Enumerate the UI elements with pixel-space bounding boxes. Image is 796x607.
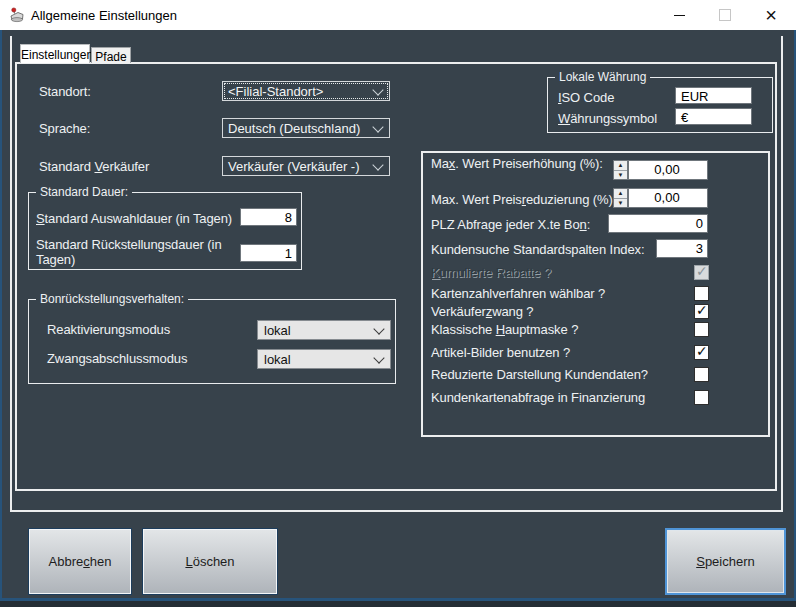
kumulierte-rabatte-checkbox [694,265,709,280]
window-title: Allgemeine Einstellungen [31,8,177,23]
spinner-up-icon[interactable]: ▲ [614,189,627,199]
standort-dropdown[interactable]: <Filial-Standort> [222,81,390,101]
minimize-icon [674,15,685,16]
waehrungssymbol-label: Währungssymbol [558,111,657,126]
rueckstellungsdauer-input[interactable]: 1 [240,244,297,262]
loeschen-button-label: Löschen [185,554,234,569]
zwangsabschlussmodus-label: Zwangsabschlussmodus [47,351,187,366]
waehrungssymbol-input[interactable]: € [675,108,752,125]
max-preisreduzierung-label: Max. Wert Preisreduzierung (%): [431,192,616,207]
app-icon [9,7,25,23]
checkbox-label: Verkäuferzwang ? [431,304,533,319]
spinner-down-icon[interactable]: ▼ [614,199,627,208]
speichern-button-label: Speichern [696,554,755,569]
max-preiserhoehung-label: Max. Wert Preiserhöhung (%): [431,156,611,171]
chevron-down-icon [372,121,383,132]
kundenkartenabfrage-checkbox[interactable] [694,390,709,405]
checkbox-label: Kartenzahlverfahren wählbar ? [431,286,605,301]
speichern-button[interactable]: Speichern [665,528,786,595]
window-border-shadow [0,601,796,607]
checkbox-label: Kumulierte Rabatte ? [431,265,551,280]
plz-abfrage-input[interactable]: 0 [608,214,708,233]
spinner-down-icon[interactable]: ▼ [614,171,627,180]
standort-label: Standort: [39,84,91,99]
max-preiserhoehung-spinner: ▲ ▼ [613,160,628,180]
reaktivierungsmodus-dropdown[interactable]: lokal [257,320,391,340]
checkbox-label: Kundenkartenabfrage in Finanzierung [431,390,645,405]
kundensuche-index-input[interactable]: 3 [656,239,708,258]
settings-window: Allgemeine Einstellungen × Einstellungen… [0,0,796,607]
close-icon: × [765,5,777,25]
sprache-label: Sprache: [39,121,90,136]
abbrechen-button-label: Abbrechen [49,554,112,569]
reduzierte-darstellung-checkbox[interactable] [694,367,709,382]
tab-pfade[interactable]: Pfade [91,47,131,63]
max-preiserhoehung-input[interactable]: 0,00 [628,160,708,180]
window-controls: × [656,0,794,30]
standard-dauer-title: Standard Dauer: [36,185,132,199]
checkbox-label: Reduzierte Darstellung Kundendaten? [431,367,648,382]
chevron-down-icon [372,159,383,170]
kartenzahlverfahren-checkbox[interactable] [694,286,709,301]
max-preisreduzierung-spinner: ▲ ▼ [613,188,628,208]
bonrueckstellung-title: Bonrückstellungsverhalten: [36,292,188,306]
chevron-down-icon [373,323,384,334]
checkbox-label: Artikel-Bilder benutzen ? [431,345,570,360]
maximize-button [702,0,748,30]
verkaeufer-dropdown[interactable]: Verkäufer (Verkäufer -) [222,156,390,176]
klassische-hauptmaske-checkbox[interactable] [694,322,709,337]
verkaeuferzwang-checkbox[interactable] [694,304,709,319]
abbrechen-button[interactable]: Abbrechen [28,528,132,595]
kundensuche-index-label: Kundensuche Standardspalten Index: [431,242,644,257]
checkbox-label: Klassische Hauptmaske ? [431,322,578,337]
artikel-bilder-checkbox[interactable] [694,345,709,360]
spinner-up-icon[interactable]: ▲ [614,161,627,171]
waehrung-title: Lokale Währung [555,70,650,84]
plz-abfrage-label: PLZ Abfrage jeder X.te Bon: [431,217,590,232]
max-preisreduzierung-input[interactable]: 0,00 [628,188,708,208]
iso-code-input[interactable]: EUR [675,87,752,104]
iso-code-label: ISO Code [558,90,614,105]
tab-einstellungen[interactable]: Einstellungen [20,44,90,63]
auswahldauer-input[interactable]: 8 [240,208,297,226]
close-button[interactable]: × [748,0,794,30]
chevron-down-icon [373,352,384,363]
chevron-down-icon [372,84,383,95]
zwangsabschlussmodus-dropdown[interactable]: lokal [257,349,391,369]
auswahldauer-label: Standard Auswahldauer (in Tagen) [36,211,232,226]
bonrueckstellung-group: Bonrückstellungsverhalten: [28,299,396,384]
rueckstellungsdauer-label: Standard Rückstellungsdauer (in Tagen) [36,237,236,267]
minimize-button[interactable] [656,0,702,30]
window-border-left [0,30,2,607]
reaktivierungsmodus-label: Reaktivierungsmodus [47,322,170,337]
verkaeufer-label: Standard Verkäufer [39,159,149,174]
sprache-dropdown[interactable]: Deutsch (Deutschland) [222,118,390,138]
maximize-icon [719,9,731,21]
titlebar: Allgemeine Einstellungen × [0,0,796,30]
loeschen-button[interactable]: Löschen [142,528,278,595]
